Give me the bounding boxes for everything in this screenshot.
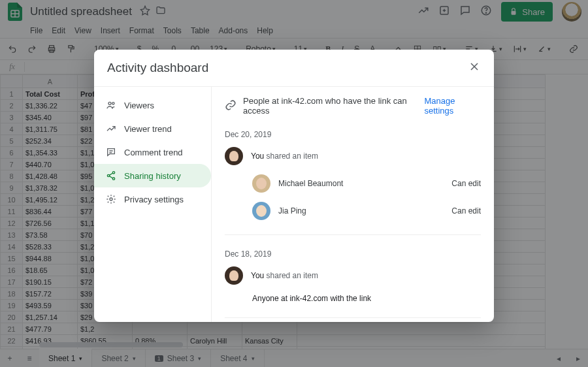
sidebar-item-label: Privacy settings [124, 195, 184, 204]
people-icon [106, 100, 116, 110]
trend-icon [106, 123, 116, 134]
sidebar-item-viewers[interactable]: Viewers [94, 93, 211, 117]
avatar [252, 174, 270, 193]
svg-point-32 [108, 102, 111, 104]
avatar [252, 202, 270, 220]
sidebar-item-viewer-trend[interactable]: Viewer trend [94, 117, 211, 140]
activity-dashboard-dialog: Activity dashboard ViewersViewer trendCo… [94, 50, 494, 322]
avatar [225, 147, 243, 165]
modal-overlay: Activity dashboard ViewersViewer trendCo… [0, 0, 588, 367]
shared-with-name: Michael Beaumont [278, 179, 343, 188]
sidebar-item-label: Comment trend [124, 148, 183, 157]
svg-line-40 [109, 176, 112, 178]
share-icon [106, 170, 116, 181]
close-icon[interactable] [468, 60, 481, 76]
event-text: You shared an item [251, 271, 318, 280]
sidebar-item-comment-trend[interactable]: Comment trend [94, 140, 211, 164]
sidebar-item-label: Sharing history [124, 171, 181, 181]
link-icon [225, 99, 237, 113]
link-access-text: People at ink-42.com who have the link c… [243, 96, 417, 116]
svg-point-41 [110, 198, 112, 200]
comment-icon [106, 147, 116, 157]
permission-label: Can edit [451, 206, 481, 215]
permission-label: Can edit [451, 179, 481, 188]
gear-icon [106, 194, 116, 204]
sidebar-item-label: Viewer trend [124, 124, 172, 134]
sidebar-item-privacy-settings[interactable]: Privacy settings [94, 187, 211, 211]
shared-with-name: Jia Ping [278, 206, 306, 215]
avatar [225, 266, 243, 285]
sidebar-item-label: Viewers [124, 101, 154, 110]
event-date: Dec 18, 2019 [225, 249, 481, 259]
sidebar-item-sharing-history[interactable]: Sharing history [94, 164, 211, 187]
svg-line-39 [109, 173, 112, 175]
svg-point-33 [112, 103, 114, 104]
event-text: You shared an item [251, 152, 318, 161]
shared-link-text: Anyone at ink-42.com with the link [252, 294, 481, 303]
manage-settings-link[interactable]: Manage settings [424, 96, 481, 116]
dialog-title: Activity dashboard [107, 61, 208, 75]
event-date: Dec 20, 2019 [225, 130, 481, 139]
